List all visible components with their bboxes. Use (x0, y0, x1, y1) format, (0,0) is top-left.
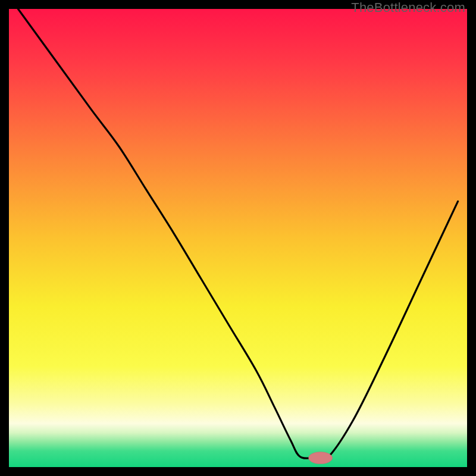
optimal-marker (309, 452, 333, 464)
plot-background (9, 9, 467, 467)
chart-frame: TheBottleneck.com (0, 0, 476, 476)
chart-svg (0, 0, 476, 476)
watermark-text: TheBottleneck.com (351, 0, 465, 15)
